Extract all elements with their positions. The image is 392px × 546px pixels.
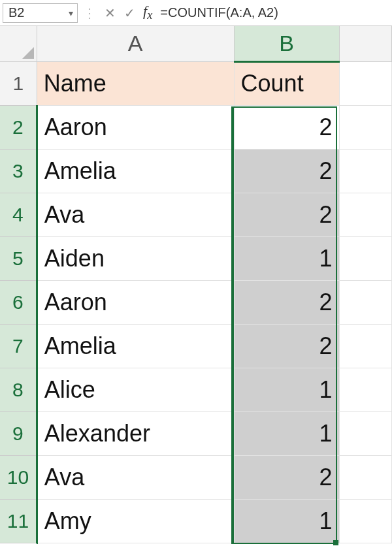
cell-A11[interactable]: Amy bbox=[37, 499, 234, 543]
cell-C4[interactable] bbox=[339, 193, 391, 236]
cell-C9[interactable] bbox=[339, 411, 391, 455]
separator-icon: ⋮ bbox=[83, 5, 96, 21]
fx-icon[interactable]: fx bbox=[143, 3, 152, 22]
cell-C10[interactable] bbox=[339, 455, 391, 499]
formula-input[interactable] bbox=[157, 3, 389, 23]
cell-C5[interactable] bbox=[339, 236, 391, 280]
name-box-value: B2 bbox=[8, 5, 24, 20]
row-header-9[interactable]: 9 bbox=[0, 411, 37, 455]
accept-icon[interactable]: ✓ bbox=[121, 5, 138, 21]
chevron-down-icon[interactable]: ▾ bbox=[69, 8, 73, 18]
cell-B1[interactable]: Count bbox=[234, 61, 339, 105]
row-header-8[interactable]: 8 bbox=[0, 368, 37, 411]
row-header-2[interactable]: 2 bbox=[0, 105, 37, 149]
cell-A3[interactable]: Amelia bbox=[37, 149, 234, 193]
cell-B9[interactable]: 1 bbox=[234, 411, 339, 455]
row-header-11[interactable]: 11 bbox=[0, 499, 37, 543]
column-header-A[interactable]: A bbox=[37, 26, 234, 61]
cell-B2[interactable]: 2 bbox=[234, 105, 339, 149]
column-header-blank[interactable] bbox=[339, 26, 391, 61]
column-header-B[interactable]: B bbox=[234, 26, 339, 61]
cell-C2[interactable] bbox=[339, 105, 391, 149]
cell-A9[interactable]: Alexander bbox=[37, 411, 234, 455]
cell-C3[interactable] bbox=[339, 149, 391, 193]
cell-A1[interactable]: Name bbox=[37, 61, 234, 105]
cell-B3[interactable]: 2 bbox=[234, 149, 339, 193]
cell-C11[interactable] bbox=[339, 499, 391, 543]
row-header-6[interactable]: 6 bbox=[0, 280, 37, 324]
cell-B8[interactable]: 1 bbox=[234, 368, 339, 411]
spreadsheet-grid[interactable]: A B 1 Name Count 2 Aaron 2 3 Amelia 2 4 … bbox=[0, 26, 392, 543]
row-header-7[interactable]: 7 bbox=[0, 324, 37, 368]
cell-A4[interactable]: Ava bbox=[37, 193, 234, 236]
cell-A2[interactable]: Aaron bbox=[37, 105, 234, 149]
cell-A10[interactable]: Ava bbox=[37, 455, 234, 499]
row-header-3[interactable]: 3 bbox=[0, 149, 37, 193]
cell-B11[interactable]: 1 bbox=[234, 499, 339, 543]
row-header-1[interactable]: 1 bbox=[0, 61, 37, 105]
row-header-4[interactable]: 4 bbox=[0, 193, 37, 236]
cell-B6[interactable]: 2 bbox=[234, 280, 339, 324]
cell-B10[interactable]: 2 bbox=[234, 455, 339, 499]
cell-A6[interactable]: Aaron bbox=[37, 280, 234, 324]
name-box[interactable]: B2 ▾ bbox=[3, 3, 78, 23]
cell-A7[interactable]: Amelia bbox=[37, 324, 234, 368]
cell-C7[interactable] bbox=[339, 324, 391, 368]
cell-C8[interactable] bbox=[339, 368, 391, 411]
cell-C1[interactable] bbox=[339, 61, 391, 105]
cell-C6[interactable] bbox=[339, 280, 391, 324]
select-all-corner[interactable] bbox=[0, 26, 37, 61]
row-header-10[interactable]: 10 bbox=[0, 455, 37, 499]
cell-B7[interactable]: 2 bbox=[234, 324, 339, 368]
formula-bar: B2 ▾ ⋮ ✕ ✓ fx bbox=[0, 0, 392, 26]
cell-B5[interactable]: 1 bbox=[234, 236, 339, 280]
row-header-5[interactable]: 5 bbox=[0, 236, 37, 280]
cell-B4[interactable]: 2 bbox=[234, 193, 339, 236]
cell-A8[interactable]: Alice bbox=[37, 368, 234, 411]
cancel-icon[interactable]: ✕ bbox=[101, 5, 118, 21]
cell-A5[interactable]: Aiden bbox=[37, 236, 234, 280]
